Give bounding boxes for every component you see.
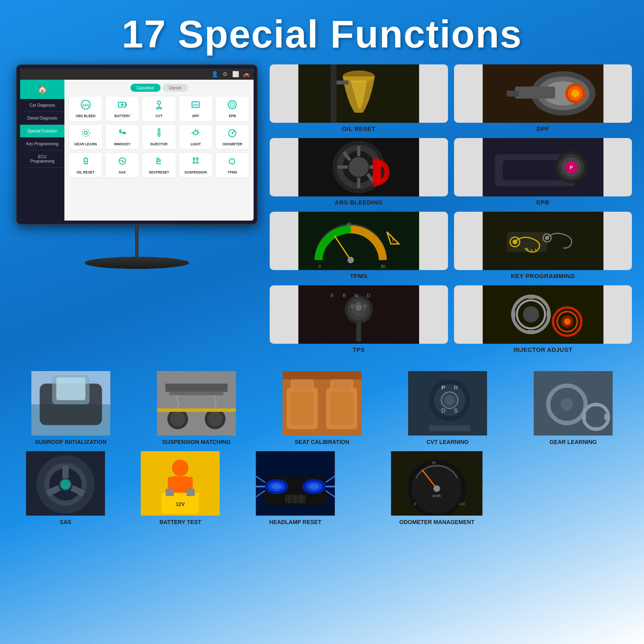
svg-point-73 [347, 257, 354, 263]
func-light-label: LIGHT [181, 142, 211, 146]
dpf-icon: DPF [181, 99, 211, 112]
func-tpms-label: TPMS [217, 170, 248, 174]
svg-rect-45 [515, 87, 555, 99]
func-battery[interactable]: BATTERY [105, 96, 139, 122]
key-prog-label: KEY PROGRAMMING [511, 272, 575, 279]
bottom-cvt: P R N D S CVT LEARNING [389, 371, 506, 445]
func-oil-reset[interactable]: OIL RESET [68, 152, 103, 178]
svg-rect-119 [169, 392, 223, 395]
odometer-icon [217, 128, 248, 140]
func-suspension[interactable]: SUSPENSION [179, 152, 213, 178]
svg-text:!: ! [392, 237, 394, 243]
svg-rect-177 [187, 489, 195, 496]
svg-text:P: P [570, 165, 572, 170]
svg-rect-106 [511, 311, 515, 318]
cvt-label: CVT LEARNING [427, 439, 469, 445]
sidebar-home[interactable]: 🏠 [20, 80, 64, 99]
sidebar-item-car-diagnosis[interactable]: Car Diagnosis [20, 99, 64, 112]
abs-image [270, 138, 448, 196]
func-light[interactable]: LIGHT [179, 124, 213, 150]
battery-label: BATTERY TEST [159, 519, 201, 525]
func-seatreset[interactable]: SEATRESET [142, 152, 176, 178]
svg-point-12 [228, 101, 236, 109]
func-epb-label: EPB [217, 114, 248, 118]
func-cvt[interactable]: CVT [142, 96, 176, 122]
svg-point-103 [523, 306, 539, 322]
dpf-image [454, 64, 632, 123]
svg-text:40: 40 [347, 222, 351, 227]
func-epb[interactable]: EPB [215, 96, 250, 122]
feature-key-prog: KEY PROGRAMMING [454, 212, 632, 279]
svg-point-34 [193, 158, 195, 159]
feature-dpf: DPF [454, 64, 632, 132]
epb-label: EPB [537, 199, 549, 206]
svg-point-49 [571, 89, 579, 97]
light-icon [181, 128, 211, 140]
func-abs-bleed[interactable]: ABS ABS BLEED [68, 96, 103, 122]
sidebar-item-diesel[interactable]: Diesel Diagnosis [20, 112, 64, 125]
user-icon[interactable]: 👤 [211, 70, 218, 78]
func-odometer[interactable]: ODOMETER [215, 124, 250, 150]
func-sas[interactable]: SAS [105, 152, 139, 178]
gear-icon[interactable]: ⚙ [221, 70, 229, 78]
svg-point-145 [445, 395, 455, 405]
bottom-suspension: SUSPENSION MATCHING [138, 371, 255, 445]
svg-rect-40 [336, 80, 349, 85]
suspension-image [138, 371, 255, 436]
injector-icon [144, 128, 174, 140]
svg-point-81 [512, 239, 517, 244]
car-icon[interactable]: 🚗 [242, 70, 250, 78]
sas-label: SAS [60, 519, 71, 525]
func-gear-learn[interactable]: GEAR LEARN [68, 124, 103, 150]
abs-label: ABS BLEEDING [335, 199, 383, 206]
sidebar-item-ecu[interactable]: ECUProgramming [20, 151, 64, 168]
func-injector-label: INJECTOR [144, 142, 174, 146]
svg-rect-161 [604, 414, 607, 419]
bottom-row-1: SUNROOF INITIALIZATION SUSPENSION MA [0, 363, 644, 449]
screen-body: 🏠 Car Diagnosis Diesel Diagnosis Special… [20, 80, 254, 221]
sidebar-item-special[interactable]: Special Function [20, 125, 64, 138]
svg-point-13 [230, 103, 234, 107]
svg-text:!: ! [232, 160, 233, 163]
svg-text:0: 0 [318, 264, 321, 269]
svg-rect-158 [593, 403, 599, 406]
odometer-image: 0 60 120 km/h [357, 451, 517, 516]
svg-rect-135 [283, 371, 361, 380]
bottom-seat: SEAT CALIBRATION [263, 371, 381, 445]
fuel-tab-gasoline[interactable]: Gasoline [130, 84, 161, 92]
battery-image: 12V [127, 451, 233, 516]
tpms-icon: ! [217, 156, 248, 169]
sidebar: 🏠 Car Diagnosis Diesel Diagnosis Special… [20, 80, 64, 221]
sidebar-item-key[interactable]: Key Programming [20, 138, 64, 151]
svg-point-189 [309, 484, 319, 489]
svg-rect-39 [330, 64, 336, 123]
monitor: 👤 ⚙ ⬜ 🚗 🏠 Car Diagnosis Diesel Diagnosis… [16, 64, 258, 225]
svg-rect-132 [330, 392, 353, 425]
bottom-sas: SAS [12, 451, 119, 525]
copy-icon[interactable]: ⬜ [232, 70, 239, 78]
fuel-tab-diesel[interactable]: Diesel [163, 84, 188, 92]
screen-main: Gasoline Diesel ABS ABS BLEED [64, 80, 254, 221]
svg-text:N: N [355, 293, 358, 299]
svg-point-151 [561, 398, 573, 411]
cvt-image: P R N D S [389, 371, 506, 436]
monitor-stand [135, 225, 138, 257]
feature-tpms: ! 0 40 80 TPMS [270, 212, 448, 279]
dpf-label: DPF [537, 125, 549, 132]
svg-text:12V: 12V [176, 502, 185, 507]
gear-learn-icon [70, 128, 101, 140]
func-abs-label: ABS BLEED [70, 114, 101, 118]
svg-point-171 [172, 460, 189, 476]
func-dpf-label: DPF [181, 114, 211, 118]
odometer-label: ODOMETER MANAGEMENT [399, 519, 475, 525]
svg-point-15 [82, 129, 89, 136]
svg-text:0: 0 [414, 502, 416, 506]
func-tpms[interactable]: ! TPMS [215, 152, 250, 178]
feature-abs: ABS BLEEDING [270, 138, 448, 206]
svg-point-111 [564, 318, 570, 325]
func-immokey[interactable]: IMMOKEY [105, 124, 139, 150]
func-dpf[interactable]: DPF DPF [179, 96, 213, 122]
svg-text:80: 80 [381, 264, 386, 269]
gear-image [514, 371, 632, 436]
func-injector[interactable]: INJECTOR [142, 124, 176, 150]
